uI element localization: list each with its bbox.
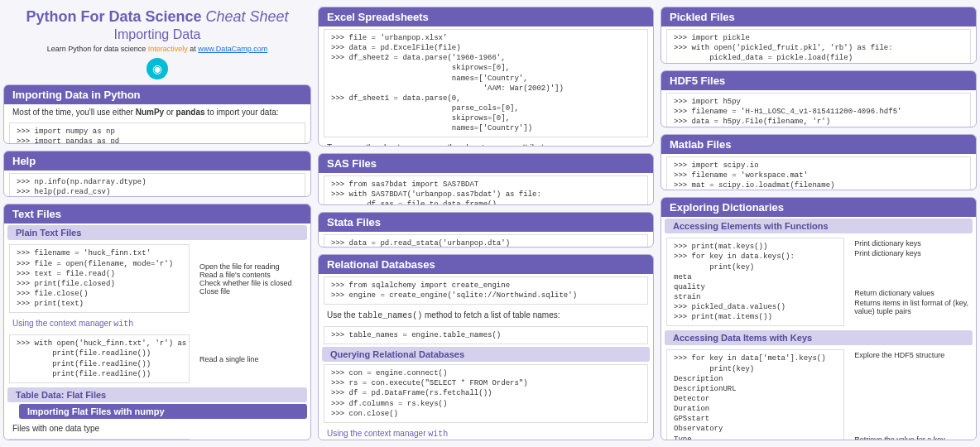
code-block: >>> for key in data['meta'].keys() print… xyxy=(666,349,844,440)
sub-header-acc-keys: Accessing Data Items with Keys xyxy=(665,330,973,345)
panel-desc: Use the table_names() method to fetch a … xyxy=(319,307,653,324)
code-notes: String used to separate values xyxy=(195,436,310,440)
panel-matlab: Matlab Files >>> import scipy.io >>> fil… xyxy=(661,134,977,191)
panel-desc: Most of the time, you'll use either NumP… xyxy=(4,104,310,120)
code-block: >>> from sas7bdat import SAS7BDAT >>> wi… xyxy=(324,175,648,204)
masthead: Python For Data Science Cheat Sheet Impo… xyxy=(3,3,311,81)
sub-header-plain: Plain Text Files xyxy=(7,225,307,240)
panel-header: SAS Files xyxy=(319,154,653,173)
context-mgr-label: Using the context manager with xyxy=(4,315,310,332)
files-one-type-label: Files with one data type xyxy=(4,421,310,436)
code-notes: Explore the HDF5 structure Retrieve the … xyxy=(849,347,976,440)
panel-header: Text Files xyxy=(4,204,310,223)
panel-importing: Importing Data in Python Most of the tim… xyxy=(3,84,311,144)
code-block: >>> import h5py >>> filename = 'H-H1_LOS… xyxy=(666,93,971,127)
code-notes: Print dictionary keys Print dictionary k… xyxy=(849,235,976,329)
panel-header: Matlab Files xyxy=(661,135,976,154)
panel-help: Help >>> np.info(np.ndarray.dtype) >>> h… xyxy=(3,151,311,197)
panel-relational: Relational Databases >>> from sqlalchemy… xyxy=(318,254,654,440)
code-notes: Read a single line xyxy=(195,332,310,386)
datacamp-badge-icon: ◉ xyxy=(147,58,168,79)
code-block: >>> with open('huck_finn.txt', 'r') as f… xyxy=(9,334,190,383)
doc-tagline: Learn Python for data science Interactiv… xyxy=(7,45,308,53)
panel-pickle: Pickled Files >>> import pickle >>> with… xyxy=(661,7,977,64)
panel-header: HDF5 Files xyxy=(661,71,976,90)
code-block: >>> table_names = engine.table_names() xyxy=(324,326,648,344)
code-block: >>> import pickle >>> with open('pickled… xyxy=(666,29,971,64)
sub-header-flat: Table Data: Flat Files xyxy=(7,387,307,402)
code-block: >>> import numpy as np >>> import pandas… xyxy=(9,123,305,144)
doc-title: Python For Data Science Cheat Sheet xyxy=(7,8,308,26)
code-block: >>> filename = 'huck_finn.txt' >>> file … xyxy=(9,244,190,313)
panel-sas: SAS Files >>> from sas7bdat import SAS7B… xyxy=(318,153,654,204)
panel-desc: To access the sheet names, use the sheet… xyxy=(319,140,653,147)
doc-subtitle: Importing Data xyxy=(7,27,308,42)
code-block: >>> file = 'urbanpop.xlsx' >>> data = pd… xyxy=(324,29,648,137)
panel-stata: Stata Files >>> data = pd.read_stata('ur… xyxy=(318,212,654,248)
panel-header: Relational Databases xyxy=(319,255,653,274)
panel-text-files: Text Files Plain Text Files >>> filename… xyxy=(3,204,311,440)
datacamp-link[interactable]: www.DataCamp.com xyxy=(198,45,267,53)
panel-header: Stata Files xyxy=(319,213,653,232)
code-block: >>> filename = 'mnist.txt' >>> data = np… xyxy=(9,439,190,440)
sub-header-numpy: Importing Flat Files with numpy xyxy=(19,404,307,419)
panel-header: Exploring Dictionaries xyxy=(661,198,976,217)
code-block: >>> print(mat.keys()) >>> for key in dat… xyxy=(666,238,844,326)
code-block: >>> import scipy.io >>> filename = 'work… xyxy=(666,156,971,191)
code-block: >>> np.info(np.ndarray.dtype) >>> help(p… xyxy=(9,173,305,197)
panel-header: Importing Data in Python xyxy=(4,85,310,104)
panel-exploring: Exploring Dictionaries Accessing Element… xyxy=(661,197,977,440)
panel-header: Pickled Files xyxy=(661,7,976,26)
context-mgr-label: Using the context manager with xyxy=(319,425,653,440)
code-block: >>> from sqlalchemy import create_engine… xyxy=(324,276,648,305)
panel-header: Excel Spreadsheets xyxy=(319,7,653,26)
panel-excel: Excel Spreadsheets >>> file = 'urbanpop.… xyxy=(318,7,654,147)
code-block: >>> con = engine.connect() >>> rs = con.… xyxy=(324,364,648,423)
panel-header: Help xyxy=(4,151,310,171)
code-notes: Open the file for reading Read a file's … xyxy=(195,242,310,315)
code-block: >>> data = pd.read_stata('urbanpop.dta') xyxy=(324,234,648,248)
sub-header-querying: Querying Relational Databases xyxy=(322,347,650,362)
panel-hdf5: HDF5 Files >>> import h5py >>> filename … xyxy=(661,70,977,127)
sub-header-acc-fn: Accessing Elements with Functions xyxy=(665,219,973,233)
